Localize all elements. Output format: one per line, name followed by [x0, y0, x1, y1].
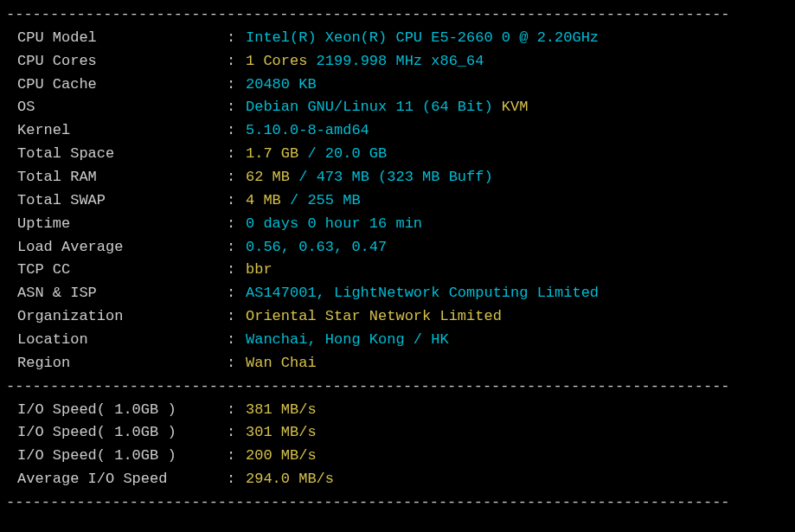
value-os: Debian GNU/Linux 11 (64 Bit) KVM — [246, 96, 795, 119]
row-total-space: Total Space : 1.7 GB / 20.0 GB — [0, 143, 795, 166]
label-total-ram: Total RAM — [17, 166, 227, 189]
value-organization: Oriental Star Network Limited — [246, 305, 795, 329]
value-kernel: 5.10.0-8-amd64 — [246, 119, 795, 143]
colon: : — [227, 143, 246, 166]
row-io-speed-2: I/O Speed( 1.0GB ) : 301 MB/s — [0, 421, 795, 445]
colon: : — [227, 352, 246, 375]
ram-used: 62 MB — [246, 169, 290, 185]
swap-used: 4 MB — [246, 192, 281, 208]
label-io-speed-3: I/O Speed( 1.0GB ) — [17, 445, 227, 468]
row-cpu-model: CPU Model : Intel(R) Xeon(R) CPU E5-2660… — [0, 27, 795, 50]
label-os: OS — [17, 96, 227, 119]
row-region: Region : Wan Chai — [0, 352, 795, 375]
colon: : — [227, 189, 246, 213]
value-io-speed-3: 200 MB/s — [246, 445, 795, 468]
value-total-swap: 4 MB / 255 MB — [246, 189, 795, 213]
label-location: Location — [17, 329, 227, 352]
colon: : — [227, 259, 246, 282]
value-io-speed-2: 301 MB/s — [246, 421, 795, 445]
row-total-swap: Total SWAP : 4 MB / 255 MB — [0, 189, 795, 213]
value-total-ram: 62 MB / 473 MB (323 MB Buff) — [246, 166, 795, 189]
ram-buff: (323 MB Buff) — [369, 169, 493, 185]
row-load-average: Load Average : 0.56, 0.63, 0.47 — [0, 236, 795, 260]
divider-top: ----------------------------------------… — [0, 3, 795, 27]
label-cpu-model: CPU Model — [17, 27, 227, 50]
value-region: Wan Chai — [246, 352, 795, 375]
terminal-output: ----------------------------------------… — [0, 0, 795, 515]
colon: : — [227, 96, 246, 119]
colon: : — [227, 236, 246, 260]
row-total-ram: Total RAM : 62 MB / 473 MB (323 MB Buff) — [0, 166, 795, 189]
value-asn-isp: AS147001, LightNetwork Computing Limited — [246, 282, 795, 305]
colon: : — [227, 74, 246, 97]
colon: : — [227, 329, 246, 352]
space-sep: / — [298, 145, 325, 162]
value-uptime: 0 days 0 hour 16 min — [246, 213, 795, 236]
colon: : — [227, 119, 246, 143]
cores-count: 1 Cores — [246, 53, 307, 69]
colon: : — [227, 213, 246, 236]
label-tcp-cc: TCP CC — [17, 259, 227, 282]
ram-total: 473 MB — [317, 169, 369, 185]
label-cpu-cache: CPU Cache — [17, 74, 227, 97]
colon: : — [227, 282, 246, 305]
row-uptime: Uptime : 0 days 0 hour 16 min — [0, 213, 795, 236]
swap-sep: / — [281, 192, 308, 208]
row-asn-isp: ASN & ISP : AS147001, LightNetwork Compu… — [0, 282, 795, 305]
label-io-avg: Average I/O Speed — [17, 468, 227, 491]
colon: : — [227, 399, 246, 422]
value-total-space: 1.7 GB / 20.0 GB — [246, 143, 795, 166]
label-total-space: Total Space — [17, 143, 227, 166]
swap-total: 255 MB — [307, 192, 360, 208]
label-total-swap: Total SWAP — [17, 189, 227, 213]
label-io-speed-1: I/O Speed( 1.0GB ) — [17, 399, 227, 422]
value-load-average: 0.56, 0.63, 0.47 — [246, 236, 795, 260]
space-total: 20.0 GB — [325, 145, 387, 162]
colon: : — [227, 468, 246, 491]
row-io-avg: Average I/O Speed : 294.0 MB/s — [0, 468, 795, 491]
value-cpu-cores: 1 Cores 2199.998 MHz x86_64 — [246, 50, 795, 74]
row-cpu-cores: CPU Cores : 1 Cores 2199.998 MHz x86_64 — [0, 50, 795, 74]
os-virt: KVM — [493, 99, 529, 115]
divider-middle: ----------------------------------------… — [0, 375, 795, 399]
value-io-speed-1: 381 MB/s — [246, 399, 795, 422]
colon: : — [227, 50, 246, 74]
row-os: OS : Debian GNU/Linux 11 (64 Bit) KVM — [0, 96, 795, 119]
ram-sep: / — [290, 169, 317, 185]
row-cpu-cache: CPU Cache : 20480 KB — [0, 74, 795, 97]
value-tcp-cc: bbr — [246, 259, 795, 282]
label-asn-isp: ASN & ISP — [17, 282, 227, 305]
row-tcp-cc: TCP CC : bbr — [0, 259, 795, 282]
colon: : — [227, 421, 246, 445]
row-io-speed-3: I/O Speed( 1.0GB ) : 200 MB/s — [0, 445, 795, 468]
divider-bottom: ----------------------------------------… — [0, 491, 795, 515]
colon: : — [227, 305, 246, 329]
label-kernel: Kernel — [17, 119, 227, 143]
value-location: Wanchai, Hong Kong / HK — [246, 329, 795, 352]
space-used: 1.7 GB — [246, 145, 298, 162]
label-organization: Organization — [17, 305, 227, 329]
row-location: Location : Wanchai, Hong Kong / HK — [0, 329, 795, 352]
row-io-speed-1: I/O Speed( 1.0GB ) : 381 MB/s — [0, 399, 795, 422]
colon: : — [227, 166, 246, 189]
label-region: Region — [17, 352, 227, 375]
value-cpu-cache: 20480 KB — [246, 74, 795, 97]
label-uptime: Uptime — [17, 213, 227, 236]
value-io-avg: 294.0 MB/s — [246, 468, 795, 491]
label-cpu-cores: CPU Cores — [17, 50, 227, 74]
label-load-average: Load Average — [17, 236, 227, 260]
value-cpu-model: Intel(R) Xeon(R) CPU E5-2660 0 @ 2.20GHz — [246, 27, 795, 50]
colon: : — [227, 445, 246, 468]
row-kernel: Kernel : 5.10.0-8-amd64 — [0, 119, 795, 143]
label-io-speed-2: I/O Speed( 1.0GB ) — [17, 421, 227, 445]
cores-freq: 2199.998 MHz x86_64 — [307, 53, 484, 69]
row-organization: Organization : Oriental Star Network Lim… — [0, 305, 795, 329]
os-name: Debian GNU/Linux 11 (64 Bit) — [246, 99, 493, 115]
colon: : — [227, 27, 246, 50]
